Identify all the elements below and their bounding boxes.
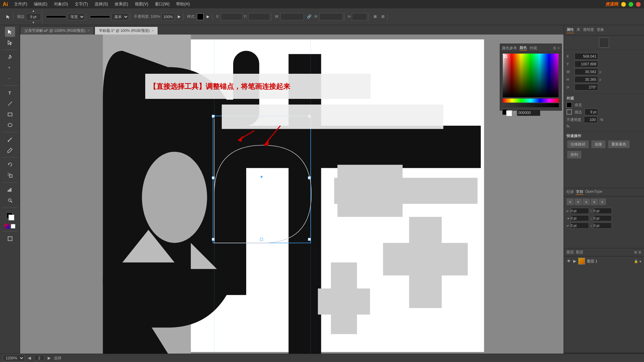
- constrain-button[interactable]: 🔗: [305, 13, 313, 20]
- menu-select[interactable]: 选择(S): [91, 0, 111, 8]
- zoom-tool-icon[interactable]: [5, 195, 15, 205]
- w-input[interactable]: 30.582 px: [280, 13, 304, 20]
- align-btn1[interactable]: ⊞: [372, 13, 378, 20]
- background-swatch[interactable]: [506, 110, 512, 116]
- menu-help[interactable]: 帮助(H): [173, 0, 193, 8]
- layers-menu-button[interactable]: ☰: [638, 250, 641, 254]
- layer-1-lock-icon[interactable]: 🔒: [634, 259, 638, 263]
- y-value-input[interactable]: [575, 61, 598, 67]
- layer-1-expand-icon[interactable]: ▶: [573, 259, 576, 263]
- direct-selection-tool-icon[interactable]: [5, 38, 15, 48]
- rect-tool-icon[interactable]: [5, 109, 15, 119]
- layer-1-visibility-icon[interactable]: ●: [639, 259, 641, 263]
- zoom-select[interactable]: 1200%: [3, 355, 24, 361]
- h-input[interactable]: 30.365 pt: [319, 13, 343, 20]
- color-panel-menu[interactable]: ☰: [553, 46, 556, 50]
- align-right-button[interactable]: ≡: [583, 198, 590, 205]
- color-gradient-area[interactable]: [503, 54, 559, 97]
- style-expand-button[interactable]: ▶: [205, 13, 211, 20]
- canvas-area[interactable]: 【直接选择工具】调整锚点，将笔画连接起来: [20, 35, 564, 354]
- menu-view[interactable]: 视图(V): [131, 0, 152, 8]
- records-tab[interactable]: 纪录: [567, 189, 574, 195]
- type-tool-icon[interactable]: T: [5, 88, 15, 98]
- w-value-input[interactable]: [575, 68, 598, 75]
- hue-slider[interactable]: [503, 99, 559, 103]
- opacity-expand-button[interactable]: ▶: [176, 13, 182, 20]
- opentype-tab[interactable]: OpenType: [585, 189, 602, 195]
- stroke-swatch-indicator[interactable]: [567, 109, 572, 115]
- y-coord-input[interactable]: 1007.808: [248, 13, 270, 20]
- x-coord-input[interactable]: 568.041: [221, 13, 243, 20]
- maximize-button[interactable]: [629, 2, 633, 7]
- color-mode-button[interactable]: [5, 224, 9, 229]
- h-value-input[interactable]: [575, 76, 598, 83]
- angle-value-input[interactable]: [575, 84, 598, 90]
- appearance-tab[interactable]: 外观: [530, 46, 537, 51]
- layers-panel-label[interactable]: 图层: [576, 250, 583, 255]
- style-swatch[interactable]: [197, 13, 204, 20]
- rotate-tool-icon[interactable]: [5, 160, 15, 170]
- arrange-button[interactable]: 排列: [567, 151, 581, 159]
- stroke-down-button[interactable]: ▼: [32, 21, 36, 24]
- paintbrush-tool-icon[interactable]: [5, 134, 15, 144]
- indent-left-input[interactable]: [571, 208, 589, 214]
- color-swatches[interactable]: [5, 211, 15, 221]
- stroke-size-input[interactable]: 9 pt: [26, 13, 41, 20]
- join-button[interactable]: 连接: [591, 140, 605, 148]
- libraries-tab[interactable]: 库: [577, 27, 580, 33]
- tab-1-close[interactable]: ×: [88, 29, 90, 33]
- color-tab[interactable]: 颜色: [520, 45, 527, 51]
- close-button[interactable]: [636, 2, 641, 7]
- line-tool-icon[interactable]: [5, 99, 15, 109]
- scale-tool-icon[interactable]: [5, 170, 15, 180]
- layers-expand-button[interactable]: ⊞: [634, 250, 637, 254]
- space-before-input[interactable]: [593, 208, 612, 214]
- properties-tab[interactable]: 属性: [567, 27, 574, 33]
- menu-window[interactable]: 窗口(W): [152, 0, 173, 8]
- delete-anchor-tool-icon[interactable]: -: [5, 73, 15, 83]
- prev-artboard-button[interactable]: ◀: [28, 356, 31, 360]
- menu-object[interactable]: 对象(O): [51, 0, 71, 8]
- align-center-button[interactable]: ≡: [575, 198, 582, 205]
- indent-right-input[interactable]: [571, 215, 589, 221]
- line-spacing-input[interactable]: [593, 223, 612, 229]
- tab-2[interactable]: 半标题-1* @ 100% (RGB/预览) ×: [95, 26, 158, 35]
- stroke-type-select[interactable]: 基本: [111, 13, 129, 20]
- menu-text[interactable]: 文字(T): [71, 0, 91, 8]
- minimize-button[interactable]: [621, 2, 626, 7]
- alpha-slider[interactable]: [503, 103, 559, 107]
- x-value-input[interactable]: [575, 53, 598, 60]
- layer-1-row[interactable]: 👁 ▶ 图层 1 🔒 ●: [564, 256, 644, 266]
- opacity-right-input[interactable]: [584, 116, 597, 123]
- stroke-size-right-input[interactable]: [585, 109, 598, 115]
- ellipse-tool-icon[interactable]: [5, 120, 15, 130]
- layer-1-visibility-toggle[interactable]: 👁: [567, 259, 571, 263]
- justify-button[interactable]: ≡: [591, 198, 598, 205]
- chart-tool-icon[interactable]: [5, 185, 15, 195]
- menu-edit[interactable]: 编辑(E): [31, 0, 51, 8]
- space-after-input[interactable]: [593, 215, 612, 221]
- stroke-weight-select[interactable]: 等宽: [67, 13, 85, 20]
- tab-2-close[interactable]: ×: [152, 29, 154, 33]
- stroke-color-swatch[interactable]: [8, 215, 14, 221]
- tab-1[interactable]: 父亲节讲解.ai* @ 1200% (RGB/预览) ×: [20, 26, 94, 35]
- fill-swatch-indicator[interactable]: [567, 102, 572, 108]
- pen-tool-icon[interactable]: [5, 52, 15, 62]
- angle-input[interactable]: 270°: [352, 13, 367, 20]
- artboard-number-input[interactable]: [34, 355, 44, 361]
- menu-file[interactable]: 文件(F): [11, 0, 31, 8]
- transform-tab-header[interactable]: 变换: [597, 27, 604, 33]
- stroke-up-button[interactable]: ▲: [32, 9, 36, 12]
- path-offset-button[interactable]: 位移路径: [567, 140, 589, 148]
- next-artboard-button[interactable]: ▶: [48, 356, 51, 360]
- selection-tool-button[interactable]: [4, 13, 12, 20]
- align-left-button[interactable]: ≡: [567, 198, 574, 205]
- menu-effect[interactable]: 效果(E): [111, 0, 131, 8]
- hex-input[interactable]: [517, 109, 540, 116]
- align-btn2[interactable]: ⊟: [380, 13, 386, 20]
- char-tab[interactable]: 字符: [576, 189, 583, 195]
- artboard-tool-icon[interactable]: [5, 234, 15, 244]
- transparency-tab[interactable]: 透明度: [583, 27, 594, 33]
- opacity-input[interactable]: [161, 13, 175, 20]
- indent-first-input[interactable]: [571, 223, 589, 229]
